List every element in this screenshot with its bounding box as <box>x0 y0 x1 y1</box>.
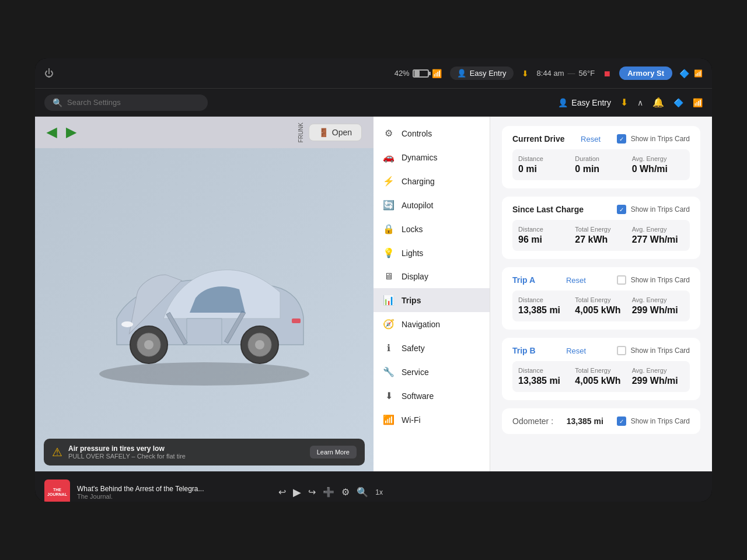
podcast-title: What's Behind the Arrest of the Telegra.… <box>77 485 271 493</box>
svg-point-0 <box>99 362 309 386</box>
trip-a-reset[interactable]: Reset <box>566 276 586 285</box>
since-last-charge-section: Since Last Charge ✓ Show in Trips Card D… <box>502 197 700 259</box>
wifi-signal-icon: 📶 <box>694 69 703 78</box>
frunk-open-button[interactable]: 🚪 Open <box>309 124 362 141</box>
sidebar-item-lights[interactable]: 💡 Lights <box>374 241 490 265</box>
bluetooth-icon-header: 🔷 <box>673 98 683 107</box>
replay-icon[interactable]: ↩ <box>278 487 286 498</box>
odometer-show-toggle[interactable]: ✓ Show in Trips Card <box>617 416 690 426</box>
separator: — <box>568 69 575 78</box>
search-podcast-icon[interactable]: 🔍 <box>357 487 368 498</box>
trip-a-title: Trip A <box>512 275 535 285</box>
battery-bar-icon <box>413 69 429 78</box>
trip-b-show-toggle[interactable]: Show in Trips Card <box>617 346 690 355</box>
tripa-totalenergy-label: Total Energy <box>575 296 627 303</box>
display-label: Display <box>402 272 428 281</box>
current-time: 8:44 am <box>537 69 564 78</box>
frunk-label: FRUNK <box>298 123 304 142</box>
nav-forward-arrow[interactable]: ▶ <box>66 125 76 140</box>
status-icons-right: 🔷 📶 <box>679 69 703 78</box>
tripb-distance-label: Distance <box>518 367 570 374</box>
podcast-player-bar: THE JOURNAL What's Behind the Arrest of … <box>35 471 712 502</box>
since-avgenergy-stat: Avg. Energy 277 Wh/mi <box>632 226 684 245</box>
chevron-up-icon: ∧ <box>637 98 643 107</box>
podcast-source: The Journal. <box>77 493 271 500</box>
power-icon[interactable]: ⏻ <box>44 68 54 79</box>
since-avgenergy-value: 277 Wh/mi <box>632 235 684 245</box>
sidebar-item-wifi[interactable]: 📶 Wi-Fi <box>374 408 490 432</box>
since-distance-value: 96 mi <box>518 235 570 245</box>
time-temp-display: 8:44 am — 56°F <box>537 69 595 78</box>
trips-content: Current Drive Reset ✓ Show in Trips Card… <box>490 117 712 471</box>
trip-b-reset[interactable]: Reset <box>566 346 586 355</box>
current-drive-title: Current Drive <box>512 134 564 144</box>
sidebar-item-service[interactable]: 🔧 Service <box>374 360 490 384</box>
current-drive-reset[interactable]: Reset <box>581 135 601 144</box>
autopilot-icon: 🔄 <box>383 200 395 211</box>
sidebar-item-safety[interactable]: ℹ Safety <box>374 336 490 360</box>
car-visualization <box>82 228 327 391</box>
since-charge-checkbox[interactable]: ✓ <box>617 205 626 214</box>
tripa-distance-value: 13,385 mi <box>518 305 570 316</box>
playback-speed[interactable]: 1x <box>375 488 383 496</box>
odometer-checkbox[interactable]: ✓ <box>617 416 626 426</box>
service-label: Service <box>402 368 429 377</box>
easy-entry-status-btn[interactable]: 👤 Easy Entry <box>450 66 514 80</box>
trip-a-show-toggle[interactable]: Show in Trips Card <box>617 275 690 285</box>
sidebar-item-locks[interactable]: 🔒 Locks <box>374 217 490 241</box>
easy-entry-header-btn[interactable]: 👤 Easy Entry <box>558 98 611 107</box>
bluetooth-icon: 🔷 <box>679 69 689 78</box>
header-right: 👤 Easy Entry ⬇ ∧ 🔔 🔷 📶 <box>558 97 703 108</box>
sidebar-item-autopilot[interactable]: 🔄 Autopilot <box>374 193 490 217</box>
equalizer-icon[interactable]: ⚙ <box>341 487 350 498</box>
skip-icon[interactable]: ↪ <box>308 487 316 498</box>
since-charge-show-toggle[interactable]: ✓ Show in Trips Card <box>617 205 690 214</box>
trip-a-checkbox[interactable] <box>617 275 626 285</box>
software-label: Software <box>402 391 434 401</box>
since-charge-show-label: Show in Trips Card <box>631 205 690 214</box>
current-drive-show-toggle[interactable]: ✓ Show in Trips Card <box>617 134 690 144</box>
sidebar-item-trips[interactable]: 📊 Trips <box>374 288 490 312</box>
search-box[interactable]: 🔍 <box>44 94 208 111</box>
wifi-label: Wi-Fi <box>402 415 421 425</box>
current-duration-value: 0 min <box>575 164 627 174</box>
sidebar-item-dynamics[interactable]: 🚗 Dynamics <box>374 145 490 169</box>
sidebar-item-navigation[interactable]: 🧭 Navigation <box>374 312 490 336</box>
bell-icon[interactable]: 🔔 <box>652 97 664 108</box>
autopilot-label: Autopilot <box>402 201 433 210</box>
sidebar-item-charging[interactable]: ⚡ Charging <box>374 169 490 193</box>
search-input[interactable] <box>67 98 200 107</box>
status-center: 42% 📶 👤 Easy Entry ⬇ 8:44 am — 56°F ⏹ Ar… <box>395 66 672 80</box>
alert-banner: ⚠ Air pressure in tires very low PULL OV… <box>44 439 365 466</box>
since-totalenergy-label: Total Energy <box>575 226 627 233</box>
nav-destination[interactable]: Armory St <box>619 66 672 80</box>
signal-bars-icon: 📶 <box>693 98 703 107</box>
since-last-charge-title: Since Last Charge <box>512 205 584 214</box>
sidebar-item-display[interactable]: 🖥 Display <box>374 265 490 288</box>
tripa-avgenergy-value: 299 Wh/mi <box>632 305 684 316</box>
trips-label: Trips <box>402 296 421 305</box>
current-drive-section: Current Drive Reset ✓ Show in Trips Card… <box>502 126 700 188</box>
sidebar-item-controls[interactable]: ⚙ Controls <box>374 121 490 145</box>
car-image-area <box>35 148 374 471</box>
tripb-totalenergy-value: 4,005 kWh <box>575 376 627 386</box>
trip-a-stats: Distance 13,385 mi Total Energy 4,005 kW… <box>512 290 690 321</box>
stop-icon: ⏹ <box>603 69 611 78</box>
odometer-section: Odometer : 13,385 mi ✓ Show in Trips Car… <box>502 408 700 434</box>
learn-more-button[interactable]: Learn More <box>310 446 357 459</box>
main-content: ◀ ▶ FRUNK 🚪 Open <box>35 117 712 471</box>
odometer-value: 13,385 mi <box>567 416 603 426</box>
frunk-open-label: Open <box>332 128 352 137</box>
add-icon[interactable]: ➕ <box>323 487 334 498</box>
easy-entry-header-label: Easy Entry <box>571 98 611 107</box>
since-avgenergy-label: Avg. Energy <box>632 226 684 233</box>
current-avgenergy-label: Avg. Energy <box>632 155 684 162</box>
play-pause-icon[interactable]: ▶ <box>293 486 301 499</box>
current-drive-checkbox[interactable]: ✓ <box>617 134 626 144</box>
sidebar-item-software[interactable]: ⬇ Software <box>374 384 490 408</box>
trip-a-section: Trip A Reset Show in Trips Card Distance… <box>502 267 700 330</box>
trip-b-checkbox[interactable] <box>617 346 626 355</box>
tripa-avgenergy-label: Avg. Energy <box>632 296 684 303</box>
settings-sidebar: ⚙ Controls 🚗 Dynamics ⚡ Charging 🔄 Autop… <box>374 117 490 471</box>
nav-back-arrow[interactable]: ◀ <box>47 125 57 140</box>
